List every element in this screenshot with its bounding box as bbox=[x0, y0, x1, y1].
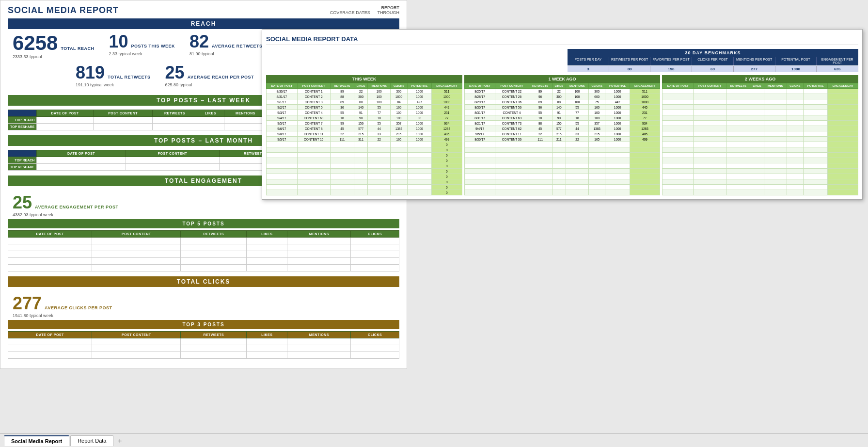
table-row: 8/28/17CONTENT 269630010060010001000 bbox=[464, 94, 660, 99]
table-row bbox=[8, 244, 399, 251]
month-top-reshare-label: TOP RESHARE bbox=[8, 164, 37, 171]
clicks-typical: 1941.80 typical week bbox=[13, 313, 395, 318]
two-weeks-ago-table: DATE OF POST POST CONTENT RETWEETS LIKES… bbox=[662, 83, 858, 195]
table-row bbox=[663, 169, 858, 174]
avg-retweets-number: 82 bbox=[189, 33, 209, 50]
tab-social-media-report[interactable]: Social Media Report bbox=[4, 435, 69, 446]
table-row: 9/6/17CONTENT 84557744138310001283 bbox=[267, 126, 462, 131]
data-sheet: SOCIAL MEDIA REPORT DATA 30 DAY BENCHMAR… bbox=[262, 29, 863, 200]
table-row bbox=[8, 345, 399, 352]
benchmarks-cols: POSTS PER DAY RETWEETS PER POST FAVORITE… bbox=[568, 57, 858, 66]
benchmarks-cols-container: POSTS PER DAY RETWEETS PER POST FAVORITE… bbox=[568, 57, 858, 72]
hatch-col2 bbox=[8, 150, 37, 157]
table-row bbox=[663, 105, 858, 110]
total-reach-block: 6258 TOTAL REACH 2333.33 typical bbox=[13, 33, 94, 59]
t5-col4: LIKES bbox=[247, 231, 287, 238]
bc6: POTENTIAL POST bbox=[775, 57, 817, 65]
table-row bbox=[464, 153, 660, 158]
total-retweets-typical: 191.10 typical week bbox=[76, 82, 151, 87]
total-reach-number: 6258 bbox=[13, 33, 58, 53]
t3-col2: POST CONTENT bbox=[92, 332, 181, 338]
table-row: 9/8/17CONTENT 1122215332151000485 bbox=[267, 131, 462, 137]
month-top-reach-label: TOP REACH bbox=[8, 157, 37, 164]
col-date: DATE OF POST bbox=[37, 110, 93, 117]
table-row: 9/1/17CONTENT 38988100844271000 bbox=[267, 99, 462, 105]
ow-col6: CLICKS bbox=[589, 83, 605, 89]
ow-col4: LIKES bbox=[552, 83, 566, 89]
bv3: 198 bbox=[650, 66, 692, 72]
ow-col1: DATE OF POST bbox=[464, 83, 495, 89]
table-row: 8/21/17CONTENT 7388156553571000934 bbox=[464, 121, 660, 126]
table-row bbox=[663, 153, 858, 158]
data-grid: THIS WEEK DATE OF POST POST CONTENT RETW… bbox=[266, 75, 858, 195]
table-row bbox=[464, 179, 660, 185]
ow-col8: ENGAGEMENT bbox=[630, 83, 660, 89]
table-row bbox=[663, 126, 858, 131]
table-row bbox=[663, 131, 858, 137]
table-row bbox=[663, 94, 858, 99]
tab-add-button[interactable]: + bbox=[114, 435, 125, 446]
report-header: SOCIAL MEDIA REPORT REPORT COVERAGE DATE… bbox=[8, 5, 399, 16]
table-row: 0 bbox=[267, 147, 462, 153]
top-reshare-label: TOP RESHARE bbox=[8, 124, 37, 130]
table-row: 8/25/17CONTENT 2289221003001000511 bbox=[464, 89, 660, 94]
tw2-col5: MENTIONS bbox=[764, 83, 787, 89]
data-sheet-title: SOCIAL MEDIA REPORT DATA bbox=[266, 33, 858, 45]
tw2-col7: POTENTIAL bbox=[804, 83, 828, 89]
col-mentions: MENTIONS bbox=[224, 110, 267, 117]
table-row bbox=[464, 147, 660, 153]
table-row: 9/3/17CONTENT 45591771001000231 bbox=[267, 110, 462, 115]
table-row: 9/4/17CONTENT 624557744138310001283 bbox=[464, 126, 660, 131]
table-row bbox=[464, 185, 660, 190]
table-row: 8/30/17CONTENT 36111211221651000499 bbox=[464, 137, 660, 142]
meta-label: REPORT bbox=[330, 5, 399, 10]
top5-table: DATE OF POST POST CONTENT RETWEETS LIKES… bbox=[8, 230, 399, 271]
table-row: 0 bbox=[267, 153, 462, 158]
clicks-header: TOTAL CLICKS bbox=[8, 276, 399, 287]
this-week-table: DATE OF POST POST CONTENT RETWEETS LIKES… bbox=[266, 83, 462, 195]
table-row: 8/30/17CONTENT 5696140551601000445 bbox=[464, 105, 660, 110]
col-content2: POST CONTENT bbox=[126, 150, 219, 157]
table-row bbox=[663, 190, 858, 195]
table-row bbox=[663, 110, 858, 115]
table-row: 0 bbox=[267, 179, 462, 185]
table-row bbox=[8, 258, 399, 265]
table-row bbox=[8, 352, 399, 359]
top3-header: TOP 3 POSTS bbox=[8, 320, 399, 329]
bv4: 69 bbox=[692, 66, 734, 72]
col-date2: DATE OF POST bbox=[37, 150, 126, 157]
posts-this-week-typical: 2.33 typical week bbox=[109, 51, 175, 56]
table-row bbox=[663, 163, 858, 169]
tw-col2: POST CONTENT bbox=[297, 83, 330, 89]
bv1: 3 bbox=[568, 66, 609, 72]
table-row: 0 bbox=[267, 142, 462, 147]
clicks-section: TOTAL CLICKS 277 AVERAGE CLICKS PER POST… bbox=[8, 276, 399, 359]
ow-col5: MENTIONS bbox=[566, 83, 588, 89]
table-row: 9/5/17CONTENT 1122215332151000485 bbox=[464, 131, 660, 137]
table-row bbox=[663, 158, 858, 163]
table-row: 8/31/17CONTENT 63189018100100077 bbox=[464, 115, 660, 121]
table-row bbox=[8, 238, 399, 244]
total-reach-typical: 2333.33 typical bbox=[13, 54, 94, 59]
tw2-col8: ENGAGEMENT bbox=[828, 83, 858, 89]
bv7: 626 bbox=[817, 66, 858, 72]
col-content: POST CONTENT bbox=[93, 110, 153, 117]
bc7: ENGAGEMENT PER POST bbox=[817, 57, 858, 65]
total-retweets-label: TOTAL RETWEETS bbox=[108, 75, 151, 80]
tab-report-data[interactable]: Report Data bbox=[70, 435, 113, 446]
tw-col3: RETWEETS bbox=[330, 83, 354, 89]
bv5: 277 bbox=[734, 66, 775, 72]
ow-col3: RETWEETS bbox=[528, 83, 552, 89]
tab-bar: Social Media Report Report Data + bbox=[0, 433, 868, 447]
t3-col6: CLICKS bbox=[351, 332, 399, 338]
benchmark-values: 3 80 198 69 277 1000 626 bbox=[568, 66, 858, 72]
total-retweets-block: 819 TOTAL RETWEETS 191.10 typical week bbox=[76, 64, 151, 90]
this-week-section: THIS WEEK DATE OF POST POST CONTENT RETW… bbox=[266, 75, 462, 195]
this-week-header: THIS WEEK bbox=[266, 75, 462, 83]
t3-col5: MENTIONS bbox=[287, 332, 351, 338]
top5-header: TOP 5 POSTS bbox=[8, 219, 399, 228]
table-row: 9/2/17CONTENT 536140551601000442 bbox=[267, 105, 462, 110]
posts-this-week-label: POSTS THIS WEEK bbox=[131, 44, 175, 48]
one-week-ago-header: 1 WEEK AGO bbox=[464, 75, 661, 83]
table-row: 9/5/17CONTENT 16111311221651000499 bbox=[267, 137, 462, 142]
